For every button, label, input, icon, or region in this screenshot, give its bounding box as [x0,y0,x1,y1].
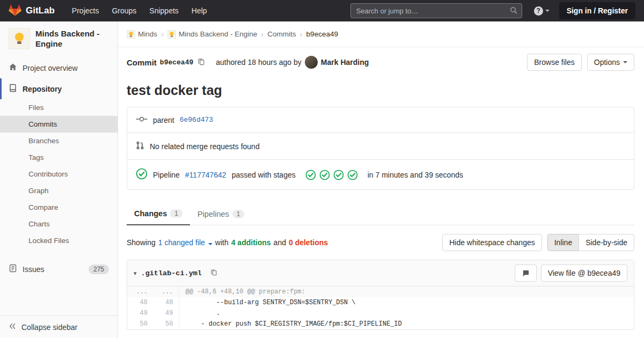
diff-file-box: ▾ .gitlab-ci.yml View file @ b9ecea49 [127,260,634,330]
help-dropdown[interactable]: ? [534,6,550,16]
side-by-side-view-button[interactable]: Side-by-side [579,234,634,251]
commit-tabs: Changes 1 Pipelines 1 [127,203,634,225]
pipelines-count-badge: 1 [232,210,245,218]
view-file-button[interactable]: View file @ b9ecea49 [541,264,627,282]
gitlab-tanuki-icon [9,4,21,18]
inline-view-button[interactable]: Inline [547,234,579,251]
search-input[interactable] [350,3,522,18]
new-line-number[interactable]: 49 [153,308,179,319]
commit-meta-row: Commit b9ecea49 authored 18 hours ago by… [127,54,634,71]
pipeline-row: Pipeline #117747642 passed with stages i… [127,160,634,189]
breadcrumb-minds[interactable]: Minds [127,30,157,39]
diff-context-row: 50 50 - docker push $CI_REGISTRY_IMAGE/f… [127,319,634,329]
collapse-diff-icon[interactable]: ▾ [134,270,137,277]
tab-pipelines[interactable]: Pipelines 1 [190,203,252,225]
nav-help[interactable]: Help [185,1,214,20]
browse-files-button[interactable]: Browse files [527,54,581,71]
nav-projects[interactable]: Projects [65,1,106,20]
project-header[interactable]: Minds Backend - Engine [0,21,118,57]
project-sidebar: Minds Backend - Engine Project overview … [0,21,118,338]
sidebar-item-branches[interactable]: Branches [0,133,118,149]
top-navbar: GitLab Projects Groups Snippets Help ? S… [0,0,644,21]
comment-icon [522,269,530,277]
gitlab-home-link[interactable]: GitLab [9,4,55,18]
pipeline-status-icon[interactable] [136,168,148,181]
commit-info-box: parent 6e96d473 No related merge request… [127,107,634,190]
sidebar-item-graph[interactable]: Graph [0,182,118,199]
collapse-sidebar-button[interactable]: Collapse sidebar [0,315,118,338]
commit-title: test docker tag [127,83,634,98]
breadcrumb: Minds › Minds Backend - Engine › Commits… [118,21,644,47]
sidebar-item-contributors[interactable]: Contributors [0,166,118,182]
commit-label: Commit [127,58,157,67]
breadcrumb-separator: › [300,30,303,39]
sidebar-item-tags[interactable]: Tags [0,149,118,166]
minds-avatar [127,30,135,39]
changes-count-badge: 1 [170,209,182,218]
breadcrumb-current-sha: b9ecea49 [306,30,338,38]
old-line-number: ... [127,286,153,297]
sidebar-item-locked-files[interactable]: Locked Files [0,232,118,249]
new-line-number: ... [153,286,179,297]
search-icon[interactable] [510,6,518,16]
main-content: Minds › Minds Backend - Engine › Commits… [118,21,644,338]
sidebar-item-compare[interactable]: Compare [0,199,118,216]
diff-line-text: . [179,308,634,319]
breadcrumb-separator: › [261,30,264,39]
hide-whitespace-button[interactable]: Hide whitespace changes [442,234,542,251]
author-avatar[interactable] [305,56,318,69]
stage-passed-icon[interactable] [347,170,358,180]
merge-request-icon [136,141,144,151]
sidebar-item-repository[interactable]: Repository [0,78,118,99]
sidebar-item-label: Issues [23,265,44,274]
pipeline-stages [305,170,358,180]
sidebar-item-issues[interactable]: Issues 275 [0,259,118,280]
copy-sha-button[interactable] [195,57,207,68]
commit-parent-icon [136,115,148,124]
home-icon [9,63,17,73]
stage-passed-icon[interactable] [305,170,316,180]
nav-groups[interactable]: Groups [105,1,143,20]
chevron-down-icon [623,61,627,63]
parent-sha-link[interactable]: 6e96d473 [180,116,213,124]
related-mr-text: No related merge requests found [150,142,260,151]
project-mini-avatar [167,30,176,39]
sidebar-item-commits[interactable]: Commits [0,116,118,133]
breadcrumb-commits[interactable]: Commits [267,30,296,38]
commit-sha: b9ecea49 [160,58,193,67]
sidebar-item-project-overview[interactable]: Project overview [0,57,118,78]
copy-file-path-button[interactable] [208,268,219,278]
repository-submenu: Files Commits Branches Tags Contributors… [0,99,118,249]
search-box [350,3,522,18]
old-line-number[interactable]: 49 [127,308,153,319]
sidebar-item-files[interactable]: Files [0,99,118,116]
pipeline-id-link[interactable]: #117747642 [185,171,226,179]
diff-context-row: 49 49 . [127,308,634,319]
collapse-label: Collapse sidebar [21,323,77,332]
diff-file-header: ▾ .gitlab-ci.yml View file @ b9ecea49 [127,260,634,286]
breadcrumb-project[interactable]: Minds Backend - Engine [167,30,257,39]
stage-passed-icon[interactable] [319,170,330,180]
old-line-number[interactable]: 50 [127,319,153,329]
sidebar-item-charts[interactable]: Charts [0,216,118,232]
nav-snippets[interactable]: Snippets [143,1,185,20]
diff-line-text: - docker push $CI_REGISTRY_IMAGE/fpm:$CI… [179,319,634,329]
comment-on-file-button[interactable] [515,264,537,282]
diff-table: ... ... @@ -48,6 +48,10 @@ prepare:fpm: … [127,286,634,329]
stage-passed-icon[interactable] [333,170,344,180]
parent-row: parent 6e96d473 [127,107,634,133]
old-line-number[interactable]: 48 [127,297,153,308]
new-line-number[interactable]: 48 [153,297,179,308]
project-avatar [9,28,30,51]
options-dropdown-button[interactable]: Options [587,54,634,71]
new-line-number[interactable]: 50 [153,319,179,329]
chevron-down-icon [545,10,550,12]
diff-line-text: @@ -48,6 +48,10 @@ prepare:fpm: [179,286,634,297]
tab-changes[interactable]: Changes 1 [127,203,190,225]
issues-icon [9,264,17,274]
changed-files-dropdown[interactable]: 1 changed file [158,238,213,247]
pipeline-label: Pipeline [153,171,180,179]
project-title: Minds Backend - Engine [35,28,109,49]
sign-in-button[interactable]: Sign in / Register [559,2,635,19]
author-link[interactable]: Mark Harding [321,58,369,67]
